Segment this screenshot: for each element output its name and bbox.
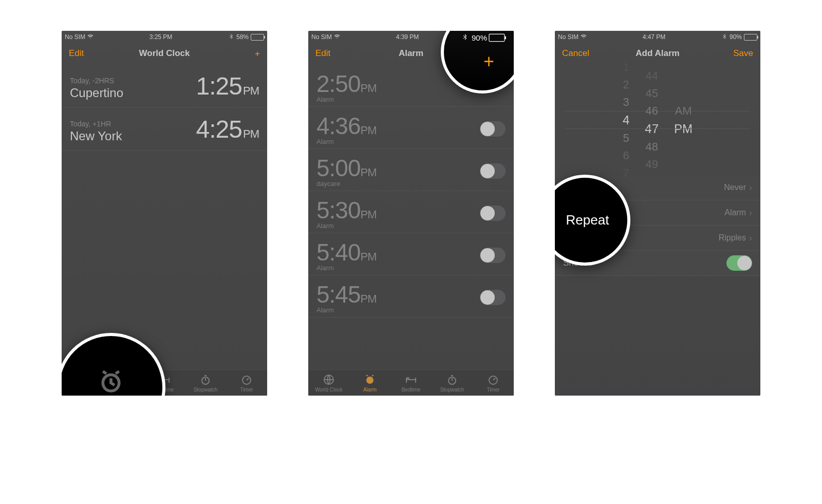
setting-value: Alarm [724,208,746,217]
status-bar: No SIM 3:25 PM 58% [62,31,267,42]
setting-value: Ripples [719,233,746,242]
save-button[interactable]: Save [733,48,753,59]
city-time: 4:25PM [196,115,259,143]
carrier-text: No SIM [65,33,85,41]
snooze-toggle[interactable] [726,255,752,271]
tab-bar: World Clock Alarm Bedtime Stopwatch Time… [308,369,514,396]
screen-alarm-list: No SIM 4:39 PM 90% Edit Alarm + 2:50PMAl… [308,31,514,396]
wifi-icon [581,33,587,41]
status-time: 3:25 PM [150,33,173,41]
edit-button[interactable]: Edit [315,48,330,59]
chevron-right-icon: › [749,182,752,193]
tab-stopwatch[interactable]: Stopwatch [432,370,473,396]
alarm-icon [97,368,125,396]
stopwatch-icon [199,374,212,386]
offset-text: Today, -2HRS [70,77,123,85]
battery-icon [744,34,757,41]
wifi-icon [334,33,340,41]
alarm-toggle[interactable] [480,290,506,305]
callout-battery-pct: 90% [472,33,487,42]
tab-alarm[interactable]: Alarm [349,370,390,396]
bluetooth-icon [228,33,234,41]
nav-bar: Cancel Add Alarm Save [555,42,760,65]
alarm-row[interactable]: 5:45PMAlarm [308,275,514,318]
tab-bedtime[interactable]: Bedtime [390,370,432,396]
time-picker[interactable]: 1 2 3 4 5 6 7 44 45 46 47 48 49 AM PM [555,65,760,175]
callout-label: Repeat [566,212,609,228]
picker-minutes[interactable]: 44 45 46 47 48 49 [645,69,659,171]
alarm-list[interactable]: 2:50PMAlarm 4:36PMAlarm 5:00PMdaycare 5:… [308,65,514,369]
picker-hours[interactable]: 1 2 3 4 5 6 7 [623,61,629,180]
battery-pct: 58% [236,33,249,41]
tab-stopwatch[interactable]: Stopwatch [185,370,226,396]
world-clock-list: Today, -2HRS Cupertino 1:25PM Today, +1H… [62,65,267,369]
screen-add-alarm: No SIM 4:47 PM 90% Cancel Add Alarm Save… [555,31,760,396]
tab-timer[interactable]: Timer [226,370,267,396]
carrier-text: No SIM [558,33,578,41]
alarm-toggle[interactable] [480,163,506,179]
bluetooth-icon [721,33,727,41]
add-button[interactable]: + [255,49,260,58]
alarm-toggle[interactable] [480,206,506,221]
alarm-row[interactable]: 5:40PMAlarm [308,233,514,275]
tab-world-clock[interactable]: World Clock [308,370,349,396]
tab-timer[interactable]: Timer [473,370,514,396]
cancel-button[interactable]: Cancel [562,48,589,59]
status-time: 4:47 PM [643,33,666,41]
bed-icon [405,374,417,386]
svg-point-6 [366,377,373,384]
chevron-right-icon: › [749,208,752,218]
city-name: Cupertino [70,86,123,100]
picker-ampm[interactable]: AM PM [674,104,693,136]
tab-label: Bedtime [402,387,421,393]
status-time: 4:39 PM [396,33,419,41]
alarm-icon [364,374,376,386]
edit-button[interactable]: Edit [69,48,84,59]
screen-world-clock: No SIM 3:25 PM 58% Edit World Clock + To… [62,31,267,396]
city-time: 1:25PM [196,72,259,100]
tab-label: World Clock [315,387,343,393]
timer-icon [240,374,253,386]
nav-bar: Edit World Clock + [62,42,267,65]
stopwatch-icon [446,374,458,386]
alarm-row[interactable]: 5:30PMAlarm [308,191,514,233]
status-bar: No SIM 4:47 PM 90% [555,31,760,42]
tab-label: Timer [487,387,499,393]
timer-icon [487,374,499,386]
tab-label: Stopwatch [440,387,464,393]
world-clock-row[interactable]: Today, +1HR New York 4:25PM [62,108,267,151]
tab-label: Alarm [363,387,377,393]
battery-icon [251,34,264,41]
alarm-row[interactable]: 4:36PMAlarm [308,107,514,149]
chevron-right-icon: › [749,233,752,244]
globe-icon [323,374,335,386]
setting-value: Never [724,183,746,192]
battery-pct: 90% [730,33,742,41]
bluetooth-icon [461,33,469,42]
alarm-row[interactable]: 5:00PMdaycare [308,149,514,191]
tab-label: Timer [240,387,253,393]
world-clock-row[interactable]: Today, -2HRS Cupertino 1:25PM [62,65,267,108]
nav-title: World Clock [62,48,267,59]
alarm-toggle[interactable] [480,121,506,137]
tab-label: Stopwatch [194,387,218,393]
offset-text: Today, +1HR [70,120,122,128]
battery-icon [489,33,505,42]
wifi-icon [87,33,94,41]
carrier-text: No SIM [311,33,332,41]
plus-icon: + [483,52,494,71]
alarm-toggle[interactable] [480,248,506,263]
city-name: New York [70,129,122,143]
